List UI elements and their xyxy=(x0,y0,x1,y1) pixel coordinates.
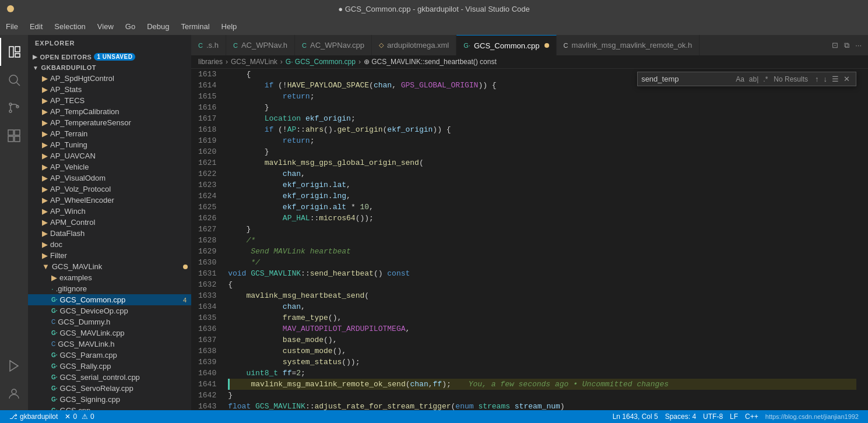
search-options-button[interactable]: ☰ xyxy=(830,73,841,84)
file-gcs-servorelay[interactable]: G·GCS_ServoRelay.cpp xyxy=(28,383,191,394)
code-view[interactable]: 1613161416151616161716181619162016211622… xyxy=(191,69,868,410)
folder-ap-tempcal[interactable]: ▶AP_TempCalibration xyxy=(28,106,191,117)
code-line: base_mode(), xyxy=(228,334,856,346)
file-gitignore[interactable]: ·.gitignore xyxy=(28,283,191,294)
folder-filter[interactable]: ▶Filter xyxy=(28,250,191,261)
breadcrumb-libraries[interactable]: libraries xyxy=(198,58,223,66)
menu-help[interactable]: Help xyxy=(216,17,243,35)
breadcrumb-sep: › xyxy=(226,58,228,66)
statusbar-git[interactable]: ⎇ gkbardupilot xyxy=(6,413,61,421)
file-label: GCS_ServoRelay.cpp xyxy=(60,384,133,393)
tab-gcs-common-cpp[interactable]: G· GCS_Common.cpp xyxy=(456,35,556,55)
line-number: 1622 xyxy=(198,168,216,179)
tab-ardupilotmega-xml[interactable]: ◇ ardupilotmega.xml xyxy=(372,35,456,55)
file-gcs-cpp[interactable]: G·GCS.cpp xyxy=(28,405,191,410)
activity-accounts[interactable] xyxy=(0,380,28,408)
statusbar-errors[interactable]: ✕ 0 ⚠ 0 xyxy=(61,413,97,421)
line-number: 1616 xyxy=(198,102,216,113)
menu-file[interactable]: File xyxy=(0,17,24,35)
tab-more-button[interactable]: ··· xyxy=(853,39,863,51)
file-label: GCS_DeviceOp.cpp xyxy=(60,306,128,315)
file-gcs-common-cpp[interactable]: G· GCS_Common.cpp 4 xyxy=(28,294,191,305)
folder-ap-uavcan[interactable]: ▶AP_UAVCAN xyxy=(28,150,191,161)
folder-ap-vehicle[interactable]: ▶AP_Vehicle xyxy=(28,161,191,172)
tab-ac-wpnav-cpp[interactable]: C AC_WPNav.cpp xyxy=(295,35,372,55)
folder-ap-stats[interactable]: ▶AP_Stats xyxy=(28,84,191,95)
match-case-icon[interactable]: Aa xyxy=(735,74,746,84)
folder-label: AP_Winch xyxy=(50,207,86,216)
folder-dataflash[interactable]: ▶DataFlash xyxy=(28,228,191,239)
statusbar-line-col[interactable]: Ln 1643, Col 5 xyxy=(609,413,662,421)
tab-ac-wpnav-h[interactable]: C AC_WPNav.h xyxy=(226,35,295,55)
error-icon: ✕ xyxy=(65,413,71,421)
titlebar-dot xyxy=(7,5,14,12)
whole-word-icon[interactable]: ab| xyxy=(748,74,760,84)
file-label: GCS_Common.cpp xyxy=(60,295,126,304)
open-editors-header[interactable]: ▶ OPEN EDITORS 1 UNSAVED xyxy=(28,51,191,62)
line-number: 1636 xyxy=(198,323,216,334)
activity-extensions[interactable] xyxy=(0,122,28,150)
file-gcs-mavlink-cpp[interactable]: G·GCS_MAVLink.cpp xyxy=(28,327,191,339)
folder-doc[interactable]: ▶doc xyxy=(28,239,191,250)
code-line: ekf_origin.lat, xyxy=(228,179,856,191)
menu-debug[interactable]: Debug xyxy=(141,17,175,35)
folder-ap-tuning[interactable]: ▶AP_Tuning xyxy=(28,139,191,150)
activity-source-control[interactable] xyxy=(0,94,28,122)
menu-view[interactable]: View xyxy=(92,17,120,35)
statusbar-language[interactable]: C++ xyxy=(742,413,762,421)
code-line: if (!AP::ahrs().get_origin(ekf_origin)) … xyxy=(228,124,856,135)
menu-go[interactable]: Go xyxy=(120,17,141,35)
folder-ap-wheelencoder[interactable]: ▶AP_WheelEncoder xyxy=(28,195,191,206)
menu-edit[interactable]: Edit xyxy=(24,17,48,35)
breadcrumb-gcs-mavlink[interactable]: GCS_MAVLink xyxy=(231,58,277,66)
sidebar: EXPLORER ▶ OPEN EDITORS 1 UNSAVED ▼ GKBA… xyxy=(28,35,191,410)
search-prev-button[interactable]: ↑ xyxy=(813,73,821,84)
folder-ap-spdhgt[interactable]: ▶AP_SpdHgtControl xyxy=(28,73,191,84)
file-gcs-mavlink-h[interactable]: C GCS_MAVLink.h xyxy=(28,339,191,350)
folder-ap-visualodom[interactable]: ▶AP_VisualOdom xyxy=(28,172,191,184)
breadcrumb-gcs-common[interactable]: G· GCS_Common.cpp xyxy=(286,58,356,66)
file-gcs-rally[interactable]: G·GCS_Rally.cpp xyxy=(28,361,191,372)
file-gcs-signing[interactable]: G·GCS_Signing.cpp xyxy=(28,394,191,405)
code-line: return; xyxy=(228,135,856,146)
open-editors-label: OPEN EDITORS xyxy=(40,54,92,61)
code-line: } xyxy=(228,146,856,157)
statusbar-spaces[interactable]: Spaces: 4 xyxy=(662,413,700,421)
line-number: 1624 xyxy=(198,191,216,202)
folder-ap-tecs[interactable]: ▶AP_TECS xyxy=(28,95,191,106)
folder-gcs-mavlink[interactable]: ▼ GCS_MAVLink xyxy=(28,261,191,272)
tab-mavlink-msg[interactable]: C mavlink_msg_mavlink_remote_ok.h xyxy=(557,35,700,55)
folder-label: AP_WheelEncoder xyxy=(50,196,114,205)
root-header[interactable]: ▼ GKBARDUPILOT xyxy=(28,62,191,73)
search-input[interactable] xyxy=(641,75,735,83)
search-close-button[interactable]: ✕ xyxy=(841,73,852,84)
code-line: chan, xyxy=(228,168,856,179)
file-gcs-serial[interactable]: G·GCS_serial_control.cpp xyxy=(28,372,191,383)
tab-split-button[interactable]: ⊡ xyxy=(830,39,840,51)
activity-run[interactable] xyxy=(0,352,28,380)
folder-ap-winch[interactable]: ▶AP_Winch xyxy=(28,206,191,217)
folder-label: doc xyxy=(50,240,62,249)
file-gcs-dummy-h[interactable]: C GCS_Dummy.h xyxy=(28,316,191,327)
tab-layout-button[interactable]: ⧉ xyxy=(842,39,851,52)
file-gcs-param[interactable]: G·GCS_Param.cpp xyxy=(28,350,191,361)
menu-terminal[interactable]: Terminal xyxy=(175,17,215,35)
activity-explorer[interactable] xyxy=(0,38,28,66)
search-next-button[interactable]: ↓ xyxy=(821,73,830,84)
breadcrumb-function[interactable]: ⊕ GCS_MAVLINK::send_heartbeat() const xyxy=(364,58,497,66)
code-line: chan, xyxy=(228,301,856,312)
folder-examples[interactable]: ▶examples xyxy=(28,272,191,283)
file-label: GCS_MAVLink.h xyxy=(58,340,114,348)
menu-selection[interactable]: Selection xyxy=(48,17,91,35)
file-gcs-deviceop[interactable]: G·GCS_DeviceOp.cpp xyxy=(28,305,191,316)
folder-ap-volz[interactable]: ▶AP_Volz_Protocol xyxy=(28,184,191,195)
folder-ap-terrain[interactable]: ▶AP_Terrain xyxy=(28,128,191,139)
folder-ap-tempsensor[interactable]: ▶AP_TemperatureSensor xyxy=(28,117,191,128)
tab-sh[interactable]: C .s.h xyxy=(191,35,226,55)
statusbar-encoding[interactable]: UTF-8 xyxy=(700,413,726,421)
regex-icon[interactable]: .* xyxy=(762,74,769,84)
statusbar-line-ending[interactable]: LF xyxy=(726,413,742,421)
folder-apm-control[interactable]: ▶APM_Control xyxy=(28,217,191,228)
activity-search[interactable] xyxy=(0,66,28,94)
line-number: 1617 xyxy=(198,113,216,124)
